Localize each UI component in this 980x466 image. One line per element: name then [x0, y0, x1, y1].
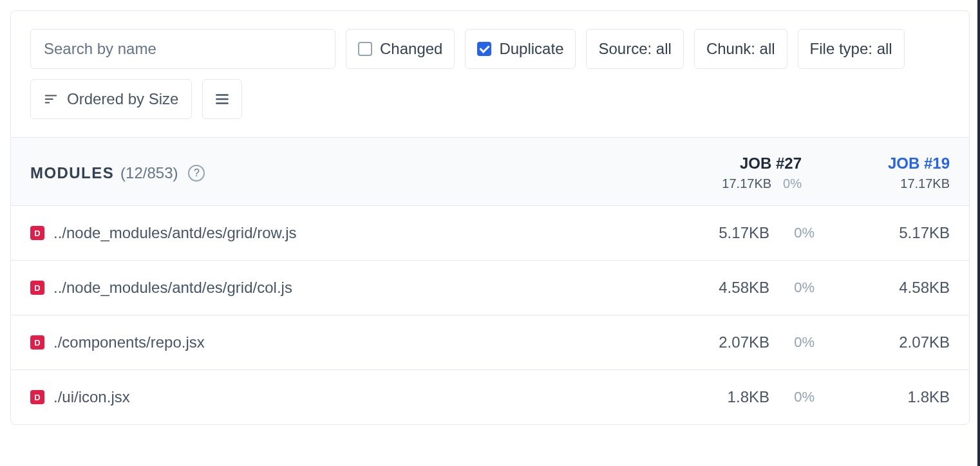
size-2: 2.07KB [815, 333, 950, 351]
size-1: 2.07KB [673, 333, 769, 351]
job-size-2: 17.17KB [900, 176, 950, 191]
checkbox-checked-icon [477, 42, 491, 56]
filter-filetype[interactable]: File type: all [798, 29, 905, 69]
size-2: 1.8KB [815, 388, 950, 406]
delta: 0% [769, 334, 815, 351]
table-row[interactable]: D ./components/repo.jsx 2.07KB 0% 2.07KB [11, 315, 969, 370]
search-input[interactable] [30, 29, 335, 69]
filter-duplicate-label: Duplicate [499, 40, 563, 58]
checkbox-icon [358, 42, 372, 56]
size-2: 5.17KB [815, 224, 950, 242]
modules-count: (12/853) [120, 164, 178, 182]
table-header: MODULES (12/853) ? JOB #27 17.17KB 0% JO… [11, 137, 969, 206]
menu-button[interactable] [202, 79, 242, 119]
duplicate-badge-icon: D [30, 390, 44, 404]
delta: 0% [769, 389, 815, 405]
module-path: ./components/repo.jsx [53, 333, 205, 351]
filter-filetype-label: File type: all [810, 40, 892, 58]
sort-button[interactable]: Ordered by Size [30, 79, 192, 119]
sort-label: Ordered by Size [67, 90, 178, 108]
filter-duplicate[interactable]: Duplicate [465, 29, 576, 69]
module-path: ./ui/icon.jsx [53, 388, 130, 406]
filter-changed[interactable]: Changed [346, 29, 455, 69]
modules-panel: Changed Duplicate Source: all Chunk: all… [10, 10, 970, 425]
job-size-1: 17.17KB [722, 176, 771, 191]
filter-source[interactable]: Source: all [586, 29, 683, 69]
filter-source-label: Source: all [598, 40, 671, 58]
filter-changed-label: Changed [380, 40, 442, 58]
size-1: 4.58KB [673, 279, 769, 297]
table-row[interactable]: D ../node_modules/antd/es/grid/col.js 4.… [11, 261, 969, 315]
job-col-2: JOB #19 17.17KB [802, 154, 950, 191]
help-icon[interactable]: ? [188, 165, 205, 182]
modules-title: MODULES [30, 164, 114, 182]
toolbar: Changed Duplicate Source: all Chunk: all… [11, 11, 969, 137]
job-col-1: JOB #27 17.17KB 0% [673, 154, 802, 191]
hamburger-icon [214, 91, 231, 107]
size-1: 5.17KB [673, 224, 769, 242]
job-title-1[interactable]: JOB #27 [688, 154, 802, 172]
duplicate-badge-icon: D [30, 335, 44, 350]
scrollbar-track[interactable] [977, 0, 980, 425]
job-delta-1: 0% [783, 176, 802, 191]
table-row[interactable]: D ./ui/icon.jsx 1.8KB 0% 1.8KB [11, 370, 969, 424]
job-title-2[interactable]: JOB #19 [817, 154, 950, 172]
table-body: D ../node_modules/antd/es/grid/row.js 5.… [11, 206, 969, 424]
duplicate-badge-icon: D [30, 226, 44, 240]
delta: 0% [769, 279, 815, 296]
table-row[interactable]: D ../node_modules/antd/es/grid/row.js 5.… [11, 206, 969, 261]
size-2: 4.58KB [815, 279, 950, 297]
filter-chunk[interactable]: Chunk: all [694, 29, 787, 69]
sort-icon [44, 92, 58, 106]
filter-chunk-label: Chunk: all [706, 40, 775, 58]
size-1: 1.8KB [673, 388, 769, 406]
duplicate-badge-icon: D [30, 281, 44, 295]
delta: 0% [769, 225, 815, 241]
module-path: ../node_modules/antd/es/grid/col.js [53, 279, 292, 297]
module-path: ../node_modules/antd/es/grid/row.js [53, 224, 297, 242]
